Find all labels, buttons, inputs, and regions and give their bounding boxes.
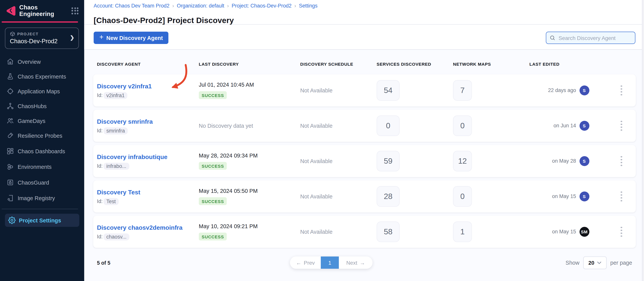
page-number-button[interactable]: 1 <box>321 256 339 269</box>
table-header: DISCOVERY AGENT LAST DISCOVERY DISCOVERY… <box>93 62 636 67</box>
chevron-right-icon: › <box>227 3 229 9</box>
discovery-agent-link[interactable]: Discovery smrinfra <box>97 118 153 125</box>
table-row: Discovery Test Id:Test May 15, 2024 05:5… <box>93 180 636 212</box>
breadcrumb-link[interactable]: Organization: default <box>177 3 224 9</box>
avatar[interactable]: S <box>579 121 589 131</box>
sidebar-item-resilience-probes[interactable]: Resilience Probes <box>0 128 84 143</box>
next-page-button[interactable]: Next → <box>339 256 372 269</box>
show-label: Show <box>566 259 579 266</box>
avatar[interactable]: S <box>579 191 589 201</box>
sidebar-header: Chaos Engineering <box>0 0 84 21</box>
last-edited-time: on May 28 <box>547 158 576 164</box>
column-header: SERVICES DISCOVERED <box>376 62 453 67</box>
page-title: [Chaos-Dev-Prod2] Project Discovery <box>94 16 234 25</box>
avatar[interactable]: S <box>579 156 589 166</box>
sidebar-item-label: ChaosHubs <box>18 103 47 109</box>
network-maps-count: 0 <box>453 186 472 207</box>
users-icon <box>6 117 14 125</box>
network-maps-count: 1 <box>453 221 472 242</box>
new-discovery-agent-button[interactable]: + New Discovery Agent <box>94 32 168 44</box>
sidebar-item-chaos-experiments[interactable]: Chaos Experiments <box>0 69 84 84</box>
sidebar-item-label: Environments <box>18 164 52 170</box>
breadcrumb: Account: Chaos Dev Team Prod2›Organizati… <box>94 3 318 9</box>
search-input[interactable] <box>558 34 629 41</box>
page-size-control: Show 20 per page <box>566 256 632 269</box>
services-discovered-count: 58 <box>376 221 400 242</box>
sidebar-item-label: Chaos Dashboards <box>18 148 65 154</box>
row-menu-button[interactable] <box>619 119 624 133</box>
breadcrumb-link[interactable]: Account: Chaos Dev Team Prod2 <box>94 3 170 9</box>
last-edited-time: on May 15 <box>547 229 576 235</box>
discovery-schedule: Not Available <box>300 193 376 200</box>
row-menu-button[interactable] <box>619 225 624 238</box>
chevron-right-icon: › <box>294 3 296 9</box>
dashboard-icon <box>6 148 14 155</box>
column-header: DISCOVERY AGENT <box>93 62 199 67</box>
avatar[interactable]: S <box>579 86 589 95</box>
search-icon <box>550 35 555 41</box>
sidebar-divider <box>2 209 78 209</box>
table-row: Discovery smrinfra Id:smrinfra No Discov… <box>93 110 636 142</box>
sidebar-item-gamedays[interactable]: GameDays <box>0 114 84 128</box>
last-edited-time: on Jun 14 <box>547 123 576 129</box>
sidebar-item-image-registry[interactable]: Image Registry <box>0 191 84 205</box>
agent-id: Id:Test <box>97 198 199 204</box>
crosshair-icon <box>6 88 14 95</box>
sidebar-item-environments[interactable]: Environments <box>0 159 84 174</box>
scrollbar[interactable] <box>642 0 644 281</box>
row-menu-button[interactable] <box>619 154 624 168</box>
sidebar-item-application-maps[interactable]: Application Maps <box>0 84 84 99</box>
sidebar: Chaos Engineering PROJECT Chaos-Dev-Prod… <box>0 0 84 281</box>
sidebar-item-project-settings[interactable]: Project Settings <box>5 214 79 227</box>
prev-page-button[interactable]: ← Prev <box>290 256 321 269</box>
sidebar-item-label: Project Settings <box>19 217 61 223</box>
status-badge: SUCCESS <box>199 91 227 99</box>
column-header: DISCOVERY SCHEDULE <box>300 62 376 67</box>
status-badge: SUCCESS <box>199 233 227 240</box>
project-selector[interactable]: PROJECT Chaos-Dev-Prod2 ❯ <box>5 28 79 49</box>
page-size-select[interactable]: 20 <box>583 256 606 269</box>
sidebar-item-chaos-dashboards[interactable]: Chaos Dashboards <box>0 144 84 159</box>
avatar[interactable]: SM <box>579 227 589 237</box>
arrow-left-icon: ← <box>296 259 301 266</box>
app-title: Chaos Engineering <box>20 4 72 17</box>
last-edited-time: 22 days ago <box>547 88 576 93</box>
page-header: Account: Chaos Dev Team Prod2›Organizati… <box>84 0 644 25</box>
breadcrumb-link[interactable]: Settings <box>299 3 318 9</box>
project-name: Chaos-Dev-Prod2 <box>10 38 78 44</box>
last-discovery-time: May 28, 2024 09:34 PM <box>199 152 258 159</box>
breadcrumb-link[interactable]: Project: Chaos-Dev-Prod2 <box>232 3 292 9</box>
table-row: Discovery infraboutique Id:infrabo... Ma… <box>93 145 636 177</box>
services-discovered-count: 54 <box>376 80 400 101</box>
agent-id: Id:infrabo... <box>97 163 199 169</box>
discovery-schedule: Not Available <box>300 87 376 94</box>
discovery-agent-link[interactable]: Discovery Test <box>97 189 140 195</box>
table-area: DISCOVERY AGENT LAST DISCOVERY DISCOVERY… <box>84 50 644 281</box>
last-discovery-time: Jul 01, 2024 10:45 AM <box>199 82 254 88</box>
row-menu-button[interactable] <box>619 190 624 203</box>
table-row: Discovery v2infra1 Id:v2infra1 Jul 01, 2… <box>93 74 636 106</box>
sidebar-item-label: Overview <box>18 59 41 65</box>
sidebar-item-overview[interactable]: Overview <box>0 54 84 69</box>
discovery-agent-link[interactable]: Discovery v2infra1 <box>97 83 152 90</box>
column-header: LAST EDITED <box>530 62 607 67</box>
chaos-logo-icon <box>5 5 16 16</box>
discovery-schedule: Not Available <box>300 123 376 129</box>
row-menu-button[interactable] <box>619 84 624 97</box>
app-grid-icon[interactable] <box>72 7 78 14</box>
sidebar-item-chaoshubs[interactable]: ChaosHubs <box>0 99 84 114</box>
network-maps-count: 7 <box>453 80 472 101</box>
app-window: Chaos Engineering PROJECT Chaos-Dev-Prod… <box>0 0 644 281</box>
sidebar-item-chaosguard[interactable]: ChaosGuard <box>0 175 84 190</box>
sidebar-item-label: Resilience Probes <box>18 133 62 139</box>
per-page-label: per page <box>610 259 632 266</box>
discovery-agent-link[interactable]: Discovery chaosv2demoinfra <box>97 224 182 231</box>
pagination: ← Prev 1 Next → <box>290 256 372 269</box>
discovery-agent-link[interactable]: Discovery infraboutique <box>97 153 168 160</box>
guard-icon <box>6 179 14 186</box>
hub-icon <box>6 102 14 110</box>
column-header: NETWORK MAPS <box>453 62 530 67</box>
discovery-schedule: Not Available <box>300 229 376 235</box>
chevron-down-icon <box>597 261 601 264</box>
sidebar-nav: OverviewChaos ExperimentsApplication Map… <box>0 54 84 205</box>
